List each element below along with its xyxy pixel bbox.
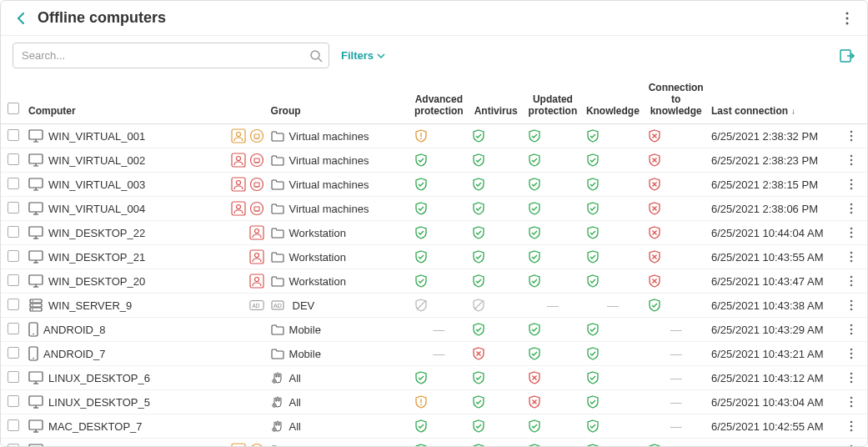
svg-point-72 — [254, 278, 258, 282]
row-menu-button[interactable] — [850, 420, 864, 432]
svg-point-97 — [33, 358, 34, 359]
status-antivirus — [468, 269, 524, 294]
computer-name: LINUX_DESKTOP_6 — [48, 372, 259, 384]
col-group[interactable]: Group — [268, 75, 410, 124]
last-connection: 6/25/2021 10:43:04 AM — [708, 390, 846, 414]
isolate-orange-badge-icon — [249, 443, 264, 447]
last-connection: 6/25/2021 10:43:12 AM — [708, 366, 846, 390]
row-checkbox[interactable] — [8, 178, 19, 189]
col-advanced[interactable]: Advanced protection — [410, 75, 468, 124]
svg-point-115 — [850, 401, 853, 404]
export-button[interactable] — [839, 48, 855, 64]
select-all-checkbox[interactable] — [8, 103, 19, 114]
col-connection[interactable]: Connection to knowledge — [644, 75, 708, 124]
row-checkbox[interactable] — [8, 395, 19, 407]
back-button[interactable] — [13, 10, 29, 27]
svg-line-4 — [319, 58, 322, 62]
table-row[interactable]: WIN_VIRTUAL_002 Virtual machines 6/25/20… — [1, 148, 867, 173]
device-icon — [28, 299, 43, 312]
row-menu-button[interactable] — [850, 324, 864, 335]
table-row[interactable]: MAC_DESKTOP_7 All — 6/25/2021 10:42:55 A… — [1, 414, 867, 439]
svg-point-29 — [850, 163, 853, 166]
status-antivirus — [468, 294, 524, 318]
computer-name: WIN_VIRTUAL_004 — [48, 203, 226, 215]
status-connection — [644, 173, 708, 197]
table-row[interactable]: WIN_DESKTOP_19 Workstation 6/25/2021 10:… — [1, 439, 867, 448]
col-last-connection[interactable]: Last connection↓ — [708, 75, 846, 124]
table-row[interactable]: WIN_SERVER_9 AD AD DEV — — 6/25/2021 10:… — [1, 294, 867, 318]
col-knowledge[interactable]: Knowledge — [582, 75, 645, 124]
device-icon — [28, 153, 43, 167]
status-knowledge — [582, 245, 645, 269]
last-connection: 6/25/2021 10:43:21 AM — [708, 342, 846, 366]
table-row[interactable]: WIN_VIRTUAL_003 Virtual machines 6/25/20… — [1, 173, 867, 197]
table-row[interactable]: WIN_VIRTUAL_001 Virtual machines 6/25/20… — [1, 124, 867, 148]
row-checkbox[interactable] — [8, 274, 19, 286]
status-antivirus — [468, 390, 524, 414]
svg-point-106 — [850, 377, 853, 379]
row-menu-button[interactable] — [850, 348, 864, 359]
status-advanced — [410, 294, 468, 318]
user-red-badge-icon — [231, 153, 246, 168]
row-checkbox[interactable] — [8, 419, 19, 431]
status-antivirus — [468, 342, 524, 366]
row-checkbox[interactable] — [8, 371, 19, 383]
table-row[interactable]: WIN_DESKTOP_21 Workstation 6/25/2021 10:… — [1, 245, 867, 269]
status-knowledge — [582, 342, 645, 366]
status-advanced — [410, 148, 468, 173]
svg-point-121 — [850, 421, 853, 424]
table-row[interactable]: WIN_DESKTOP_22 Workstation 6/25/2021 10:… — [1, 221, 867, 245]
row-menu-button[interactable] — [850, 372, 864, 384]
svg-rect-101 — [29, 372, 43, 381]
device-icon — [28, 444, 43, 447]
status-knowledge — [582, 269, 645, 294]
status-antivirus — [468, 414, 524, 439]
row-menu-button[interactable] — [850, 178, 864, 190]
row-checkbox[interactable] — [8, 202, 19, 213]
table-row[interactable]: ANDROID_7 Mobile — — 6/25/2021 10:43:21 … — [1, 342, 867, 366]
row-menu-button[interactable] — [850, 227, 864, 239]
row-checkbox[interactable] — [8, 347, 19, 359]
table-row[interactable]: WIN_VIRTUAL_004 Virtual machines 6/25/20… — [1, 197, 867, 221]
status-connection: — — [644, 390, 708, 414]
row-checkbox[interactable] — [8, 153, 19, 165]
row-checkbox[interactable] — [8, 299, 19, 310]
table-row[interactable]: LINUX_DESKTOP_5 All — 6/25/2021 10:43:04… — [1, 390, 867, 414]
svg-rect-19 — [29, 154, 43, 163]
row-checkbox[interactable] — [8, 129, 19, 141]
table-row[interactable]: WIN_DESKTOP_20 Workstation 6/25/2021 10:… — [1, 269, 867, 294]
device-icon — [28, 274, 43, 288]
col-updated[interactable]: Updated protection — [524, 75, 581, 124]
row-checkbox[interactable] — [8, 226, 19, 238]
search-input[interactable] — [13, 43, 329, 68]
user-orange-badge-icon — [231, 443, 246, 447]
status-advanced — [410, 124, 468, 148]
svg-point-116 — [850, 405, 853, 408]
row-menu-button[interactable] — [850, 299, 864, 311]
filters-button[interactable]: Filters — [341, 49, 385, 62]
row-menu-button[interactable] — [850, 251, 864, 263]
group-name: Virtual machines — [289, 130, 369, 143]
row-menu-button[interactable] — [850, 396, 864, 408]
row-menu-button[interactable] — [850, 154, 864, 166]
row-menu-button[interactable] — [850, 275, 864, 287]
computer-name: WIN_VIRTUAL_003 — [48, 178, 226, 191]
row-checkbox[interactable] — [8, 323, 19, 334]
row-menu-button[interactable] — [850, 203, 864, 214]
header-menu-button[interactable] — [839, 10, 855, 27]
status-updated — [524, 439, 581, 448]
table-row[interactable]: LINUX_DESKTOP_6 All — 6/25/2021 10:43:12… — [1, 366, 867, 390]
col-antivirus[interactable]: Antivirus — [468, 75, 524, 124]
status-knowledge — [582, 173, 645, 197]
row-checkbox[interactable] — [8, 250, 19, 262]
status-knowledge: — — [582, 294, 645, 318]
row-checkbox[interactable] — [8, 444, 19, 448]
row-menu-button[interactable] — [850, 130, 864, 142]
table-row[interactable]: ANDROID_8 Mobile — — 6/25/2021 10:43:29 … — [1, 318, 867, 342]
svg-point-81 — [32, 309, 33, 310]
device-icon — [28, 419, 43, 433]
svg-rect-108 — [29, 396, 43, 405]
svg-point-49 — [850, 203, 853, 206]
col-computer[interactable]: Computer — [25, 75, 268, 124]
status-connection: — — [644, 366, 708, 390]
